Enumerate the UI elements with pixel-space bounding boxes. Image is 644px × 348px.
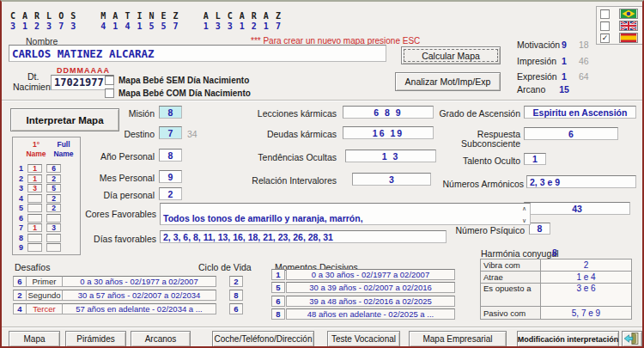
motivacion-value: 9 xyxy=(556,40,572,50)
grid-fullname-cell[interactable]: 6 xyxy=(46,164,61,173)
analizar-mot-imp-exp-button[interactable]: Analizar Mot/Imp/Exp xyxy=(395,72,501,91)
grid-firstname-cell[interactable]: 1 xyxy=(27,164,42,173)
desafio-name[interactable]: Segundo xyxy=(26,290,63,301)
grid-col1-header: 1°Name xyxy=(24,140,48,159)
dias-favorables-label: Días favorables xyxy=(83,234,156,244)
desafio-name[interactable]: Tercer xyxy=(26,303,63,314)
mision-field[interactable]: 8 xyxy=(159,106,182,119)
grid-fullname-cell[interactable]: 2 xyxy=(46,204,61,212)
grid-col2-header: FullName xyxy=(52,140,76,159)
calcular-mapa-button[interactable]: Calcular Mapa xyxy=(401,46,501,64)
momento-num[interactable]: 5 xyxy=(271,282,285,293)
bottom-bar-divider xyxy=(2,327,642,328)
impresion-label: Impresión xyxy=(517,56,556,66)
tendencias-ocultas-label: Tendências Ocultas xyxy=(251,152,337,162)
name-number-grid: 1°Name FullName 116 212 335 42 52 6 713 … xyxy=(12,137,81,255)
grid-row-index: 3 xyxy=(15,184,23,192)
language-spanish-checkbox[interactable]: ✓ xyxy=(600,34,610,43)
desafio-num[interactable]: 4 xyxy=(13,303,27,314)
grid-fullname-cell[interactable] xyxy=(46,234,61,242)
grid-fullname-cell[interactable] xyxy=(46,243,61,252)
listbox-scroll-down-icon[interactable]: ∨ xyxy=(522,217,641,223)
grid-firstname-cell[interactable] xyxy=(27,204,42,212)
grid-firstname-cell[interactable] xyxy=(27,214,42,223)
anio-personal-field[interactable]: 8 xyxy=(159,149,182,162)
impresion-value: 1 xyxy=(556,56,572,66)
harmonia-row-value[interactable]: 1 e 4 xyxy=(541,272,632,284)
grid-firstname-cell[interactable]: 1 xyxy=(27,174,42,183)
desafio-name[interactable]: Primer xyxy=(26,276,63,287)
desafio-num[interactable]: 6 xyxy=(13,276,27,287)
momento-range[interactable]: 0 a 30 años - 02/1977 a 02/2007 xyxy=(286,269,455,280)
desafio-num[interactable]: 2 xyxy=(13,290,27,301)
exit-button[interactable] xyxy=(622,331,642,347)
arcano-label: Arcano xyxy=(517,84,545,95)
bebe-sem-label: Mapa Bebé SEM Día Nacimiento xyxy=(118,76,249,85)
grado-ascension-field[interactable]: Espiritu en Ascensión xyxy=(524,106,636,119)
coche-telefono-direccion-button[interactable]: Coche/Teléfono/Dirección xyxy=(212,331,314,347)
harmonia-conyugal-value: 8 xyxy=(552,247,557,258)
momento-range[interactable]: 48 años en adelante - 02/2025 a ... xyxy=(286,308,455,320)
desafio-range[interactable]: 30 a 57 años - 02/2007 a 02/2034 xyxy=(62,290,216,301)
desafio-range[interactable]: 0 a 30 años - 02/1977 a 02/2007 xyxy=(62,276,216,287)
grid-fullname-cell[interactable]: 2 xyxy=(46,194,61,203)
grid-fullname-cell[interactable]: 2 xyxy=(46,174,61,183)
mapa-empresarial-button[interactable]: Mapa Empresarial xyxy=(409,331,507,347)
cores-favorables-listbox[interactable]: Todos los tonos de amarillo y naranja, m… xyxy=(160,203,531,225)
dia-personal-field[interactable]: 2 xyxy=(159,187,182,200)
language-brazil-checkbox[interactable] xyxy=(600,9,610,19)
momento-num[interactable]: 8 xyxy=(271,308,285,320)
grid-fullname-cell[interactable]: 5 xyxy=(46,184,61,192)
numeros-armonicos-field[interactable]: 2, 3 e 9 xyxy=(526,175,636,188)
grid-fullname-cell[interactable]: 3 xyxy=(46,223,61,232)
exit-door-icon xyxy=(623,332,641,347)
grado-ascension-label: Grado de Ascensión xyxy=(435,108,520,119)
harmonia-row-value[interactable]: 5, 7 e 9 xyxy=(541,307,632,320)
harmonia-row-value[interactable]: 3 e 6 xyxy=(541,284,632,307)
uk-flag-icon xyxy=(619,21,638,31)
tendencias-ocultas-field[interactable]: 1 3 xyxy=(345,150,436,162)
respuesta-subconsciente-field[interactable]: 6 xyxy=(524,127,618,140)
grid-firstname-cell[interactable] xyxy=(27,234,42,242)
name-input[interactable] xyxy=(9,45,386,62)
grid-fullname-cell[interactable] xyxy=(46,214,61,223)
momento-num[interactable]: 6 xyxy=(271,296,285,307)
mes-personal-field[interactable]: 9 xyxy=(159,170,182,183)
arcanos-button[interactable]: Arcanos xyxy=(131,331,191,347)
language-english-checkbox[interactable] xyxy=(600,21,610,31)
respuesta-label-line2: Subconsciente xyxy=(435,138,520,149)
teste-vocacional-button[interactable]: Teste Vocacional xyxy=(327,331,400,347)
bebe-sem-checkbox[interactable] xyxy=(105,76,114,85)
desafio-range[interactable]: 57 años en adelante - 02/2034 a ... xyxy=(62,303,216,314)
momento-range[interactable]: 39 a 48 años - 02/2016 a 02/2025 xyxy=(286,296,455,307)
harmonia-row-label: Atrae xyxy=(481,272,541,284)
relacion-intervalores-field[interactable]: 3 xyxy=(352,173,431,186)
destino-field[interactable]: 7 xyxy=(159,126,182,139)
birthdate-label-line1: Dt. xyxy=(27,71,39,82)
anio-personal-label: Año Personal xyxy=(86,151,155,162)
momento-num[interactable]: 1 xyxy=(271,269,285,280)
ciclo-de-vida-title: Ciclo de Vida xyxy=(198,262,252,272)
lecciones-karmicas-field[interactable]: 6 8 9 xyxy=(343,106,434,119)
grid-row-index: 8 xyxy=(15,234,23,242)
ciclo-vida-value[interactable]: 6 xyxy=(229,303,243,314)
listbox-scroll-up-icon[interactable]: ∧ xyxy=(522,205,641,211)
momento-range[interactable]: 30 a 39 años - 02/2007 a 02/2016 xyxy=(286,282,455,293)
harmonia-row-value[interactable]: 2 xyxy=(541,259,632,272)
harmonia-row-label: Es opuesto a xyxy=(481,284,541,307)
grid-firstname-cell[interactable]: 1 xyxy=(27,223,42,232)
grid-firstname-cell[interactable] xyxy=(27,194,42,203)
bebe-com-checkbox[interactable] xyxy=(105,89,114,98)
deudas-karmicas-field[interactable]: 16 19 xyxy=(343,126,434,139)
numero-psiquico-field[interactable]: 8 xyxy=(529,223,550,235)
ciclo-vida-value[interactable]: 2 xyxy=(229,276,243,287)
mapa-button[interactable]: Mapa xyxy=(9,331,60,347)
ciclo-vida-value[interactable]: 8 xyxy=(229,290,243,301)
modificacion-interpretacion-button[interactable]: Modificación interpretación xyxy=(517,331,619,347)
grid-firstname-cell[interactable] xyxy=(27,243,42,252)
talento-oculto-field[interactable]: 1 xyxy=(524,153,546,165)
dias-favorables-field[interactable]: 2, 3, 6, 8, 11, 13, 16, 18, 21, 23, 26, … xyxy=(160,230,447,243)
expresion-alt-value: 64 xyxy=(579,71,589,82)
grid-firstname-cell[interactable]: 3 xyxy=(27,184,42,192)
piramides-button[interactable]: Pirámides xyxy=(65,331,126,347)
